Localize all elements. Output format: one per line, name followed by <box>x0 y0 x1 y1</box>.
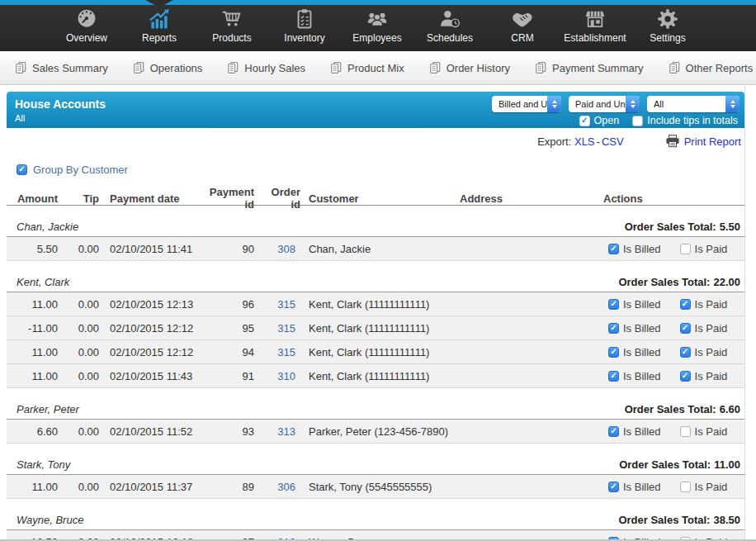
filter-select[interactable]: All <box>647 96 739 112</box>
nav-item-label: Inventory <box>284 32 324 44</box>
is-billed-label: Is Billed <box>623 425 661 438</box>
filter-select[interactable]: Billed and U <box>492 96 561 112</box>
order-id-link[interactable]: 315 <box>262 322 300 335</box>
group-header: Kent, Clark Order Sales Total:22.00 <box>7 274 744 292</box>
col-header-tip: Tip <box>58 192 99 205</box>
nav-item-label: Settings <box>650 32 685 44</box>
cell-actions: Is Billed Is Paid <box>597 481 744 493</box>
cell-payment-date: 02/10/2015 12:12 <box>99 346 209 358</box>
is-billed-checkbox[interactable] <box>608 347 619 358</box>
is-paid-checkbox[interactable] <box>680 299 691 310</box>
cell-tip: 0.00 <box>58 243 99 255</box>
print-report-button[interactable]: Print Report <box>665 135 741 148</box>
tab-payment-summary[interactable]: Payment Summary <box>535 61 644 74</box>
top-navigation: Overview Reports Products Inventory Empl… <box>0 0 756 51</box>
window-edge-line <box>744 86 745 541</box>
report-doc-icon <box>669 61 681 74</box>
cell-customer: Stark, Tony (5545555555) <box>300 481 456 493</box>
order-id-link[interactable]: 310 <box>262 370 300 382</box>
is-billed-checkbox[interactable] <box>608 323 619 334</box>
gauge-icon <box>74 7 99 31</box>
order-id-link[interactable]: 315 <box>262 298 300 311</box>
tab-hourly-sales[interactable]: Hourly Sales <box>227 61 305 74</box>
col-header-payment-date: Payment date <box>99 192 209 205</box>
group-by-label: Group By Customer <box>33 164 128 176</box>
col-header-order-id: Order id <box>262 186 300 211</box>
is-billed-checkbox[interactable] <box>608 482 619 492</box>
order-id-link[interactable]: 306 <box>262 481 300 493</box>
group-order-sales-total: Order Sales Total:38.50 <box>618 514 740 526</box>
is-billed-checkbox[interactable] <box>608 371 619 382</box>
include-tips-checkbox[interactable] <box>632 116 643 126</box>
group-header: Wayne, Bruce Order Sales Total:38.50 <box>7 512 744 530</box>
export-csv-link[interactable]: CSV <box>602 135 624 148</box>
is-billed-checkbox[interactable] <box>608 299 619 310</box>
is-paid-checkbox[interactable] <box>680 347 691 358</box>
nav-item-employees[interactable]: Employees <box>341 7 413 44</box>
customer-group: Parker, Peter Order Sales Total:6.60 6.6… <box>7 401 744 444</box>
table-row: 5.50 0.00 02/10/2015 11:41 90 308 Chan, … <box>7 237 744 261</box>
order-id-link[interactable]: 308 <box>262 243 300 255</box>
nav-item-establishment[interactable]: Establishment <box>559 7 631 44</box>
is-billed-checkbox[interactable] <box>608 244 619 254</box>
cell-tip: 0.00 <box>58 298 99 311</box>
report-content: House Accounts All Billed and U Paid and… <box>7 92 744 541</box>
cell-customer: Kent, Clark (11111111111) <box>300 322 456 335</box>
reports-icon <box>147 7 172 31</box>
print-report-label: Print Report <box>684 135 741 148</box>
tab-product-mix[interactable]: Product Mix <box>330 61 404 74</box>
header-checkboxes: Open Include tips in totals <box>579 115 738 126</box>
nav-item-overview[interactable]: Overview <box>50 7 123 44</box>
is-billed-checkbox[interactable] <box>608 426 619 437</box>
group-by-checkbox[interactable] <box>17 164 27 175</box>
export-label: Export: <box>537 135 571 148</box>
is-paid-checkbox[interactable] <box>680 426 691 437</box>
cell-customer: Kent, Clark (11111111111) <box>300 370 456 382</box>
is-paid-checkbox[interactable] <box>680 323 691 334</box>
page-subtitle: All <box>15 113 25 123</box>
tab-other-reports[interactable]: Other Reports <box>669 61 754 74</box>
is-billed-label: Is Billed <box>623 481 661 493</box>
is-paid-label: Is Paid <box>695 322 728 335</box>
is-billed-label: Is Billed <box>623 370 661 382</box>
is-paid-label: Is Paid <box>695 425 728 438</box>
open-checkbox[interactable] <box>579 116 590 126</box>
cell-actions: Is Billed Is Paid <box>597 425 744 438</box>
cell-customer: Kent, Clark (11111111111) <box>300 346 456 358</box>
order-id-link[interactable]: 315 <box>262 346 300 358</box>
nav-item-settings[interactable]: Settings <box>631 7 704 44</box>
is-paid-checkbox[interactable] <box>680 371 691 382</box>
col-header-actions: Actions <box>597 192 744 205</box>
nav-item-schedules[interactable]: Schedules <box>413 7 486 44</box>
tab-operations[interactable]: Operations <box>133 61 203 74</box>
nav-item-products[interactable]: Products <box>196 7 268 44</box>
tab-label: Operations <box>150 62 203 74</box>
is-paid-label: Is Paid <box>695 370 728 382</box>
group-header: Stark, Tony Order Sales Total:11.00 <box>7 457 744 475</box>
cell-payment-date: 02/10/2015 12:13 <box>99 298 209 311</box>
cell-customer: Kent, Clark (11111111111) <box>300 298 456 311</box>
tab-sales-summary[interactable]: Sales Summary <box>15 61 108 74</box>
col-header-customer: Customer <box>300 192 456 205</box>
nav-item-label: Employees <box>352 32 401 44</box>
nav-item-crm[interactable]: CRM <box>486 7 559 44</box>
tab-order-history[interactable]: Order History <box>429 61 510 74</box>
nav-item-inventory[interactable]: Inventory <box>268 7 341 44</box>
is-paid-label: Is Paid <box>695 346 728 358</box>
export-xls-link[interactable]: XLS <box>574 135 595 148</box>
tab-label: Sales Summary <box>32 62 108 74</box>
open-label: Open <box>594 115 620 126</box>
report-doc-icon <box>429 61 442 74</box>
report-doc-icon <box>133 61 145 74</box>
order-id-link[interactable]: 313 <box>262 425 300 438</box>
people-icon <box>365 7 390 31</box>
schedules-icon <box>437 7 462 31</box>
is-billed-label: Is Billed <box>623 346 661 358</box>
is-paid-checkbox[interactable] <box>680 244 691 254</box>
nav-item-reports[interactable]: Reports <box>123 7 196 44</box>
table-body: Chan, Jackie Order Sales Total:5.50 5.50… <box>7 219 744 541</box>
cell-customer: Chan, Jackie <box>300 243 456 255</box>
table-row: 11.00 0.00 02/10/2015 11:37 89 306 Stark… <box>7 475 744 499</box>
is-paid-checkbox[interactable] <box>680 482 691 492</box>
filter-select[interactable]: Paid and Un <box>569 96 640 112</box>
